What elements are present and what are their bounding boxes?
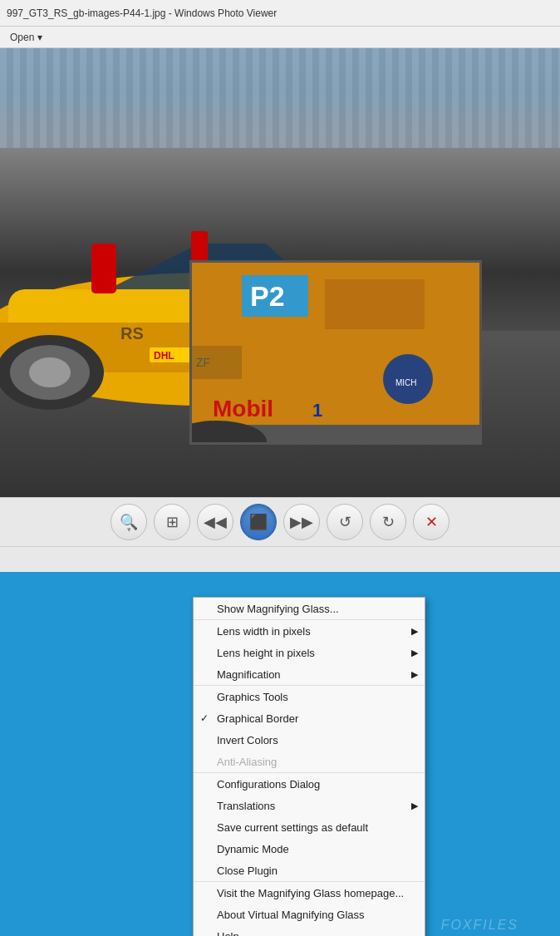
magnification-arrow: ▶ [411,669,418,680]
open-menu[interactable]: Open ▾ [3,30,49,45]
menu-section-5: Visit the Magnifying Glass homepage... A… [194,882,425,936]
fit-button[interactable]: ⬛ [240,504,277,540]
translations-arrow: ▶ [411,801,418,811]
photo-toolbar: 🔍 ▾ ⊞ ◀◀ ⬛ ▶▶ ↺ ↻ ✕ [0,497,560,547]
delete-icon: ✕ [425,513,438,531]
svg-rect-5 [191,231,208,264]
menu-bar: Open ▾ [0,27,560,48]
menu-item-translations[interactable]: Translations ▶ [194,795,425,816]
svg-text:MICH: MICH [395,378,417,387]
svg-text:DHL: DHL [154,350,174,362]
next-button[interactable]: ▶▶ [283,504,320,540]
about-label: About Virtual Magnifying Glass [217,909,415,921]
title-bar: 997_GT3_RS_gb-images-P44-1.jpg - Windows… [0,0,560,27]
menu-item-dynamic-mode[interactable]: Dynamic Mode [194,838,425,860]
menu-item-close-plugin[interactable]: Close Plugin [194,860,425,881]
rotate-cw-button[interactable]: ↻ [370,504,406,540]
svg-text:1: 1 [312,400,322,421]
help-label: Help [217,930,415,937]
menu-item-magnification[interactable]: Magnification ▶ [194,663,425,685]
svg-text:Mobil: Mobil [213,396,273,421]
menu-item-configurations[interactable]: Configurations Dialog [194,773,425,795]
svg-text:P2: P2 [250,280,285,312]
magnifier-overlay: P2 MICH Mobil 1 ZF [189,260,482,445]
menu-item-lens-height[interactable]: Lens height in pixels ▶ [194,642,425,663]
configurations-label: Configurations Dialog [217,778,415,791]
spacer [0,547,560,572]
lens-width-label: Lens width in pixels [217,625,415,638]
window-title: 997_GT3_RS_gb-images-P44-1.jpg - Windows… [7,7,277,19]
actual-size-icon: ⊞ [166,513,179,531]
svg-point-11 [29,357,71,387]
show-magnifying-glass-label: Show Magnifying Glass... [217,603,415,615]
magnifier-content: P2 MICH Mobil 1 ZF [192,263,479,442]
context-menu: Show Magnifying Glass... Lens width in p… [193,597,425,936]
actual-size-button[interactable]: ⊞ [154,504,190,540]
menu-item-anti-aliasing: Anti-Aliasing [194,751,425,772]
menu-section-4: Configurations Dialog Translations ▶ Sav… [194,773,425,882]
photo-viewer: DHL RS P2 MICH Mobil [0,48,560,497]
lens-height-label: Lens height in pixels [217,647,415,659]
magnifier-svg: P2 MICH Mobil 1 ZF [192,263,479,442]
svg-text:ZF: ZF [196,356,210,369]
next-icon: ▶▶ [290,513,313,531]
save-settings-label: Save current settings as default [217,821,415,834]
menu-section-2: Lens width in pixels ▶ Lens height in pi… [194,620,425,686]
menu-section-1: Show Magnifying Glass... [194,598,425,620]
fit-icon: ⬛ [249,513,268,531]
menu-item-about[interactable]: About Virtual Magnifying Glass [194,904,425,925]
svg-rect-4 [91,244,116,293]
menu-item-lens-width[interactable]: Lens width in pixels ▶ [194,620,425,642]
menu-item-help[interactable]: Help [194,925,425,936]
menu-section-3: Graphics Tools ✓ Graphical Border Invert… [194,686,425,773]
dynamic-mode-label: Dynamic Mode [217,843,415,855]
translations-label: Translations [217,800,415,812]
watermark: FOXFILES [441,918,518,933]
rotate-ccw-button[interactable]: ↺ [327,504,363,540]
menu-item-invert-colors[interactable]: Invert Colors [194,729,425,751]
menu-item-visit-homepage[interactable]: Visit the Magnifying Glass homepage... [194,882,425,904]
prev-icon: ◀◀ [204,513,227,531]
invert-colors-label: Invert Colors [217,734,415,746]
menu-item-show-magnifying-glass[interactable]: Show Magnifying Glass... [194,598,425,619]
rotate-ccw-icon: ↺ [339,513,351,531]
menu-item-graphical-border[interactable]: ✓ Graphical Border [194,707,425,729]
delete-button[interactable]: ✕ [413,504,449,540]
magnification-label: Magnification [217,668,415,681]
svg-rect-20 [325,279,425,329]
graphical-border-label: Graphical Border [217,712,415,725]
lens-height-arrow: ▶ [411,648,418,658]
lens-width-arrow: ▶ [411,626,418,637]
menu-item-graphics-tools[interactable]: Graphics Tools [194,686,425,707]
anti-aliasing-label: Anti-Aliasing [217,756,415,768]
close-plugin-label: Close Plugin [217,865,415,877]
context-menu-area: FOXFILES Show Magnifying Glass... Lens w… [0,572,560,936]
magnify-button[interactable]: 🔍 ▾ [111,504,147,540]
visit-homepage-label: Visit the Magnifying Glass homepage... [217,887,415,899]
graphical-border-check: ✓ [200,712,209,724]
rotate-cw-icon: ↻ [382,513,395,531]
menu-item-save-settings[interactable]: Save current settings as default [194,816,425,838]
image-background: DHL RS P2 MICH Mobil [0,48,560,497]
svg-text:RS: RS [120,324,144,342]
prev-button[interactable]: ◀◀ [197,504,233,540]
magnify-arrow[interactable]: ▾ [127,525,131,534]
graphics-tools-label: Graphics Tools [217,691,415,703]
